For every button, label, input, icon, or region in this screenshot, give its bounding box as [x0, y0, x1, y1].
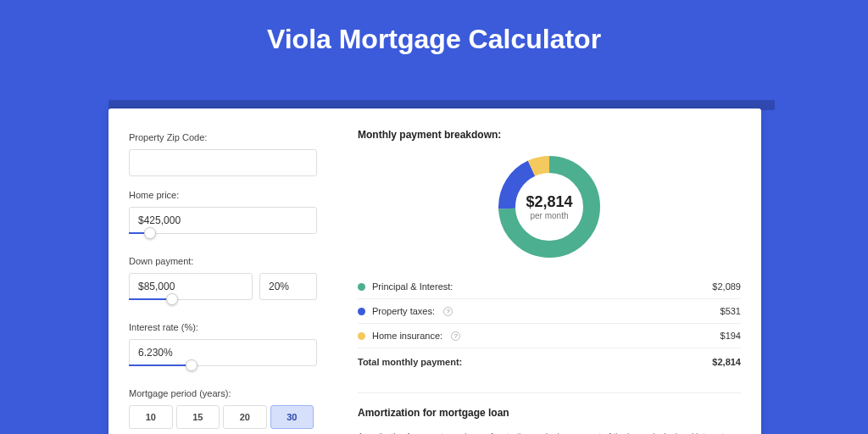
home-price-label: Home price:	[129, 190, 317, 200]
legend-principal: Principal & Interest: $2,089	[358, 275, 741, 299]
donut-chart: $2,814 per month	[495, 153, 604, 261]
breakdown-title: Monthly payment breakdown:	[358, 129, 741, 141]
donut-amount: $2,814	[526, 193, 572, 211]
amortization-text: Amortization for a mortgage loan refers …	[358, 431, 741, 434]
interest-input[interactable]	[129, 339, 317, 366]
legend-value: $2,089	[712, 281, 741, 292]
form-column: Property Zip Code: Home price: Down paym…	[108, 108, 337, 434]
interest-slider[interactable]	[129, 364, 317, 375]
total-value: $2,814	[712, 357, 741, 367]
period-option-10[interactable]: 10	[129, 405, 173, 429]
dot-icon	[358, 283, 365, 291]
down-payment-field: Down payment:	[129, 256, 317, 309]
page-title: Viola Mortgage Calculator	[0, 0, 868, 70]
legend-insurance: Home insurance: ? $194	[358, 324, 741, 348]
slider-thumb[interactable]	[144, 227, 156, 239]
period-option-15[interactable]: 15	[176, 405, 220, 429]
slider-thumb[interactable]	[186, 359, 198, 371]
legend-taxes: Property taxes: ? $531	[358, 299, 741, 324]
period-option-20[interactable]: 20	[223, 405, 267, 429]
slider-thumb[interactable]	[166, 293, 178, 305]
amortization-title: Amortization for mortgage loan	[358, 407, 741, 419]
down-payment-pct-input[interactable]	[259, 273, 317, 300]
zip-field: Property Zip Code:	[129, 132, 317, 176]
donut-sub: per month	[530, 211, 568, 220]
home-price-slider[interactable]	[129, 232, 317, 242]
down-payment-input[interactable]	[129, 273, 253, 300]
home-price-input[interactable]	[129, 207, 317, 234]
legend-value: $194	[721, 331, 741, 341]
zip-input[interactable]	[129, 149, 317, 176]
legend-label: Home insurance:	[372, 331, 442, 341]
legend-value: $531	[721, 306, 741, 316]
total-label: Total monthly payment:	[358, 357, 462, 367]
interest-label: Interest rate (%):	[129, 322, 317, 332]
home-price-field: Home price:	[129, 190, 317, 242]
period-label: Mortgage period (years):	[129, 388, 317, 398]
calculator-card: Property Zip Code: Home price: Down paym…	[108, 108, 761, 434]
info-icon[interactable]: ?	[443, 307, 453, 316]
amortization-section: Amortization for mortgage loan Amortizat…	[358, 392, 741, 434]
breakdown-column: Monthly payment breakdown: $2,814 per mo…	[337, 108, 761, 434]
interest-field: Interest rate (%):	[129, 322, 317, 375]
down-payment-label: Down payment:	[129, 256, 317, 266]
legend-label: Property taxes:	[372, 306, 435, 316]
legend-label: Principal & Interest:	[372, 281, 453, 292]
down-payment-slider[interactable]	[129, 298, 317, 309]
info-icon[interactable]: ?	[451, 331, 460, 341]
period-segment: 10 15 20 30	[129, 405, 317, 429]
period-option-30[interactable]: 30	[270, 405, 314, 429]
total-row: Total monthly payment: $2,814	[358, 348, 741, 374]
zip-label: Property Zip Code:	[129, 132, 317, 142]
dot-icon	[358, 332, 365, 340]
donut-chart-wrap: $2,814 per month	[358, 153, 741, 261]
period-field: Mortgage period (years): 10 15 20 30	[129, 388, 317, 429]
dot-icon	[358, 308, 365, 315]
